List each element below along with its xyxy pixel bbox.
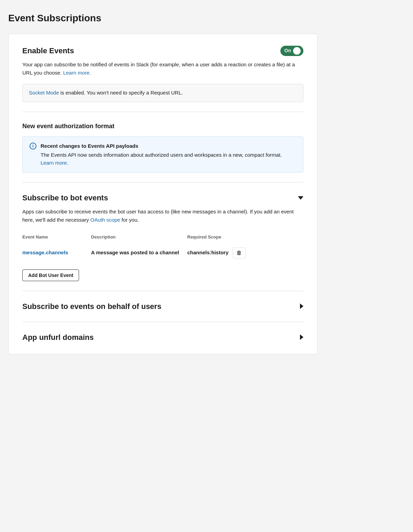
event-scope-cell: channels:history 🗑 [187, 243, 256, 263]
col-header-actions [256, 231, 303, 243]
app-unfurl-header[interactable]: App unfurl domains [22, 332, 303, 343]
oauth-scope-link[interactable]: OAuth scope [90, 217, 120, 223]
toggle-label: On [284, 47, 291, 54]
events-table-head: Event Name Description Required Scope [22, 231, 303, 243]
divider-2 [22, 182, 303, 182]
notice-title: Recent changes to Events API payloads [41, 142, 296, 150]
add-bot-user-event-button[interactable]: Add Bot User Event [22, 269, 79, 281]
divider-3 [22, 291, 303, 291]
delete-event-button[interactable]: 🗑 [233, 247, 246, 258]
enable-events-header: Enable Events On [22, 45, 303, 56]
user-events-expand-icon[interactable] [300, 303, 303, 309]
event-name-cell: message.channels [22, 243, 91, 263]
divider-1 [22, 112, 303, 112]
notice-box: i Recent changes to Events API payloads … [22, 136, 303, 173]
col-header-event-name: Event Name [22, 231, 91, 243]
divider-4 [22, 322, 303, 322]
scope-value-text: channels:history [187, 249, 228, 257]
info-icon: i [30, 143, 36, 149]
user-events-section: Subscribe to events on behalf of users [22, 301, 303, 312]
table-row: message.channels A message was posted to… [22, 243, 303, 263]
app-unfurl-title: App unfurl domains [22, 332, 94, 343]
bot-events-title: Subscribe to bot events [22, 192, 108, 203]
col-header-required-scope: Required Scope [187, 231, 256, 243]
events-table-body: message.channels A message was posted to… [22, 243, 303, 263]
app-unfurl-section: App unfurl domains [22, 332, 303, 343]
toggle-knob [293, 47, 301, 55]
learn-more-link-events[interactable]: Learn more. [63, 70, 91, 76]
user-events-title: Subscribe to events on behalf of users [22, 301, 161, 312]
notice-content: Recent changes to Events API payloads Th… [41, 142, 296, 167]
toggle-container: On [280, 46, 303, 56]
bot-events-collapse-icon[interactable] [298, 196, 303, 200]
event-description-text: A message was posted to a channel [91, 250, 179, 255]
event-description-cell: A message was posted to a channel [91, 243, 187, 263]
enable-events-description: Your app can subscribe to be notified of… [22, 60, 303, 77]
page-title: Event Subscriptions [8, 11, 405, 25]
scope-row: channels:history 🗑 [187, 247, 256, 258]
enable-events-toggle[interactable]: On [280, 46, 303, 56]
events-table: Event Name Description Required Scope me… [22, 231, 303, 263]
enable-events-section: Enable Events On Your app can subscribe … [22, 45, 303, 102]
enable-events-title: Enable Events [22, 45, 74, 56]
user-events-header[interactable]: Subscribe to events on behalf of users [22, 301, 303, 312]
notice-learn-more-link[interactable]: Learn more. [41, 160, 68, 166]
event-name-link[interactable]: message.channels [22, 250, 68, 255]
trash-icon: 🗑 [236, 250, 242, 256]
col-header-description: Description [91, 231, 187, 243]
bot-events-header: Subscribe to bot events [22, 192, 303, 203]
bot-events-section: Subscribe to bot events Apps can subscri… [22, 192, 303, 281]
bot-events-description: Apps can subscribe to receive events the… [22, 208, 303, 224]
auth-format-title: New event authorization format [22, 122, 303, 131]
auth-format-section: New event authorization format i Recent … [22, 122, 303, 173]
socket-mode-info-box: Socket Mode is enabled. You won't need t… [22, 84, 303, 102]
app-unfurl-expand-icon[interactable] [300, 334, 303, 340]
main-card: Enable Events On Your app can subscribe … [8, 34, 317, 354]
events-table-header-row: Event Name Description Required Scope [22, 231, 303, 243]
notice-text: The Events API now sends information abo… [41, 151, 296, 167]
socket-mode-link[interactable]: Socket Mode [29, 90, 59, 96]
